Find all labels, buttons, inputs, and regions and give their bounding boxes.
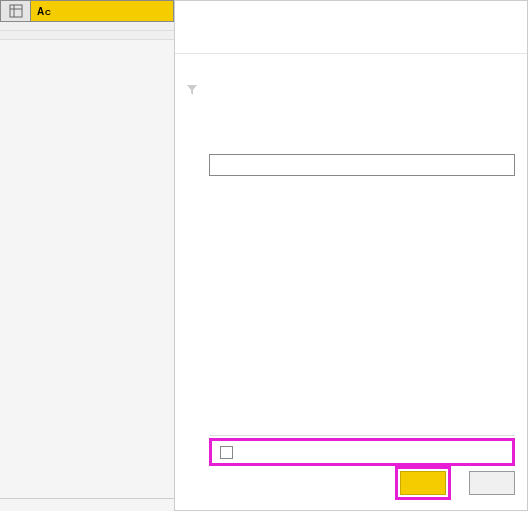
- cancel-button[interactable]: [469, 471, 515, 495]
- svg-text:C: C: [45, 8, 51, 17]
- svg-rect-0: [10, 5, 22, 17]
- clear-filter: [175, 80, 527, 102]
- filter-panel: [174, 0, 528, 511]
- status-bar: [0, 498, 174, 511]
- search-input[interactable]: [209, 154, 515, 176]
- sort-descending[interactable]: [175, 27, 527, 49]
- filter-values-list[interactable]: [209, 180, 515, 436]
- data-table: AC: [0, 0, 174, 511]
- column-header[interactable]: AC: [0, 0, 174, 22]
- checkbox-unchecked-icon[interactable]: [220, 446, 233, 459]
- text-filters[interactable]: [175, 124, 527, 146]
- menu-separator: [175, 53, 527, 54]
- type-text-icon: AC: [37, 5, 53, 17]
- sort-ascending[interactable]: [175, 5, 527, 27]
- clear-sort: [175, 58, 527, 80]
- remove-empty[interactable]: [175, 102, 527, 124]
- highlighted-unchecked-item: [209, 438, 515, 466]
- funnel-icon: [185, 84, 199, 99]
- highlighted-ok-wrap: [395, 466, 451, 500]
- filter-value-item[interactable]: [216, 443, 508, 461]
- svg-text:A: A: [37, 6, 44, 17]
- summary-row-2: [0, 31, 174, 40]
- ok-button[interactable]: [400, 471, 446, 495]
- summary-row-1: [0, 22, 174, 31]
- scrollbar[interactable]: [501, 186, 519, 430]
- table-icon: [1, 1, 31, 21]
